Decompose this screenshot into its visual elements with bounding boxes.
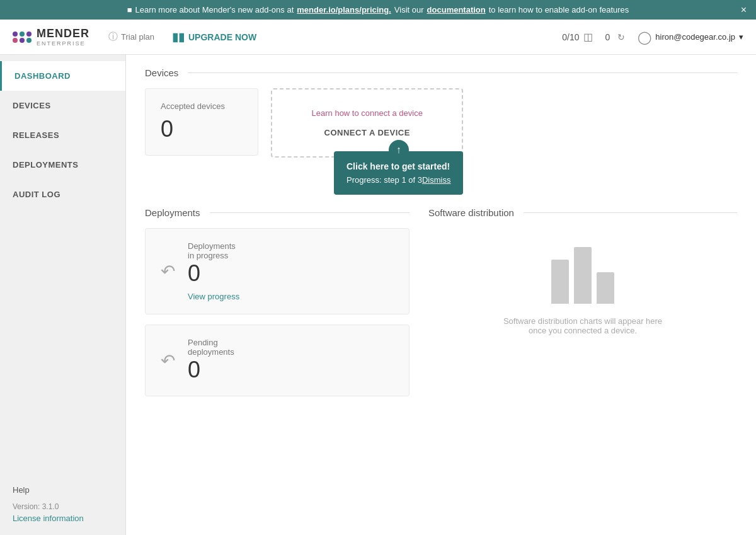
device-count: 0/10 ◫	[562, 31, 592, 43]
sidebar-item-dashboard[interactable]: DASHBOARD	[0, 61, 125, 91]
sidebar-item-releases[interactable]: RELEASES	[0, 120, 125, 150]
devices-section-header: Devices	[145, 67, 737, 78]
connect-device-button[interactable]: CONNECT A DEVICE	[324, 128, 410, 137]
user-icon: ◯	[638, 30, 651, 45]
banner-link-pricing[interactable]: mender.io/plans/pricing.	[297, 5, 391, 14]
grid-icon: ◫	[583, 31, 593, 43]
sidebar-item-audit-log[interactable]: AUDIT LOG	[0, 180, 125, 209]
upgrade-icon: ▮▮	[172, 30, 185, 44]
logo-sub: ENTERPRISE	[37, 40, 89, 47]
chart-bar-2	[574, 247, 592, 304]
logo-dot-5	[20, 38, 25, 43]
user-email: hiron@codegear.co.jp	[655, 32, 735, 42]
logo-dot-4	[13, 38, 18, 43]
deployments-in-progress-value: 0	[188, 260, 394, 287]
deployments-section-line	[210, 212, 410, 213]
pending-deployments-value: 0	[188, 357, 394, 383]
sw-dist-section-line	[524, 212, 737, 213]
chart-bar-3	[597, 272, 614, 304]
banner-close-button[interactable]: ×	[741, 5, 747, 15]
tooltip-title: Click here to get started!	[346, 161, 450, 171]
devices-cards-row: Accepted devices 0 Learn how to connect …	[145, 88, 737, 195]
deployments-in-progress-info: Deploymentsin progress 0 View progress	[188, 241, 394, 301]
deployments-section-title: Deployments	[145, 207, 200, 218]
logo-area: MENDER ENTERPRISE	[13, 27, 89, 47]
sw-dist-empty-text: Software distribution charts will appear…	[495, 316, 671, 335]
bottom-section: Deployments ↶ Deploymentsin progress 0 V…	[145, 207, 737, 406]
banner-link-docs[interactable]: documentation	[427, 5, 486, 14]
dismiss-button[interactable]: Dismiss	[422, 175, 451, 185]
logo-text-group: MENDER ENTERPRISE	[37, 27, 89, 47]
banner-text-before: Learn more about Mender's new add-ons at	[135, 5, 294, 14]
banner-text-middle: Visit our	[394, 5, 424, 14]
sw-dist-section-title: Software distribution	[428, 207, 514, 218]
logo-dot-3	[26, 32, 32, 37]
deployments-column: Deployments ↶ Deploymentsin progress 0 V…	[145, 207, 410, 406]
trial-label: Trial plan	[121, 32, 154, 42]
sidebar-item-deployments[interactable]: DEPLOYMENTS	[0, 150, 125, 180]
refresh-icon[interactable]: ↻	[617, 32, 625, 42]
deployments-in-progress-label: Deploymentsin progress	[188, 241, 394, 260]
tooltip-popup: ↑ Click here to get started! Progress: s…	[334, 151, 463, 195]
sidebar-item-devices[interactable]: DEVICES	[0, 91, 125, 120]
deployments-in-progress-icon: ↶	[161, 261, 175, 282]
user-area[interactable]: ◯ hiron@codegear.co.jp ▾	[638, 30, 743, 45]
sidebar-bottom: Help Version: 3.1.0 License information	[0, 473, 125, 535]
trial-plan: ⓘ Trial plan	[108, 31, 154, 43]
version-text: Version: 3.1.0	[13, 502, 113, 511]
devices-section-line	[188, 72, 737, 73]
tooltip-progress: Progress: step 1 of 3 Dismiss	[346, 175, 450, 185]
upgrade-button[interactable]: ▮▮ UPGRADE NOW	[167, 28, 261, 47]
pending-deployments-card: ↶ Pendingdeployments 0	[145, 325, 410, 396]
chart-bar-1	[551, 260, 569, 304]
trial-icon: ⓘ	[108, 31, 118, 43]
tooltip-progress-text: Progress: step 1 of 3	[346, 175, 422, 185]
connect-area: Learn how to connect a device CONNECT A …	[271, 88, 463, 195]
tooltip-arrow-icon: ↑	[389, 140, 409, 160]
sw-dist-section-header: Software distribution	[428, 207, 737, 218]
software-distribution-column: Software distribution Software distribut…	[428, 207, 737, 406]
main-content: Devices Accepted devices 0 Learn how to …	[126, 55, 756, 535]
deployments-in-progress-card: ↶ Deploymentsin progress 0 View progress	[145, 228, 410, 314]
accepted-devices-value: 0	[161, 116, 243, 142]
banner-text-after: to learn how to enable add-on features	[489, 5, 629, 14]
logo-dot-2	[20, 32, 25, 37]
banner-icon: ■	[127, 5, 132, 14]
deployments-section-header: Deployments	[145, 207, 410, 218]
top-banner: ■ Learn more about Mender's new add-ons …	[0, 0, 756, 20]
accepted-devices-card: Accepted devices 0	[145, 88, 258, 156]
pending-deployments-icon: ↶	[161, 350, 175, 371]
help-link[interactable]: Help	[13, 485, 113, 495]
pending-deployments-label: Pendingdeployments	[188, 338, 394, 357]
logo-dot-6	[26, 38, 32, 43]
app-layout: DASHBOARD DEVICES RELEASES DEPLOYMENTS A…	[0, 55, 756, 535]
license-information-link[interactable]: License information	[13, 514, 113, 523]
sidebar: DASHBOARD DEVICES RELEASES DEPLOYMENTS A…	[0, 55, 126, 535]
upgrade-label: UPGRADE NOW	[188, 32, 256, 42]
header: MENDER ENTERPRISE ⓘ Trial plan ▮▮ UPGRAD…	[0, 20, 756, 55]
accepted-devices-label: Accepted devices	[161, 101, 243, 111]
connect-device-link[interactable]: Learn how to connect a device	[312, 108, 423, 118]
logo-icon	[13, 32, 32, 43]
logo-name: MENDER	[37, 27, 89, 40]
chevron-down-icon: ▾	[739, 32, 743, 42]
chart-bars	[551, 247, 614, 304]
connect-device-box: Learn how to connect a device CONNECT A …	[271, 88, 463, 158]
sw-dist-area: Software distribution charts will appear…	[428, 228, 737, 354]
logo-dot-1	[13, 32, 18, 37]
notification-area: 0 ↻	[605, 32, 626, 42]
view-progress-link[interactable]: View progress	[188, 292, 394, 301]
pending-deployments-info: Pendingdeployments 0	[188, 338, 394, 383]
device-count-value: 0/10	[562, 32, 579, 42]
notification-count: 0	[605, 32, 610, 42]
devices-section-title: Devices	[145, 67, 178, 78]
